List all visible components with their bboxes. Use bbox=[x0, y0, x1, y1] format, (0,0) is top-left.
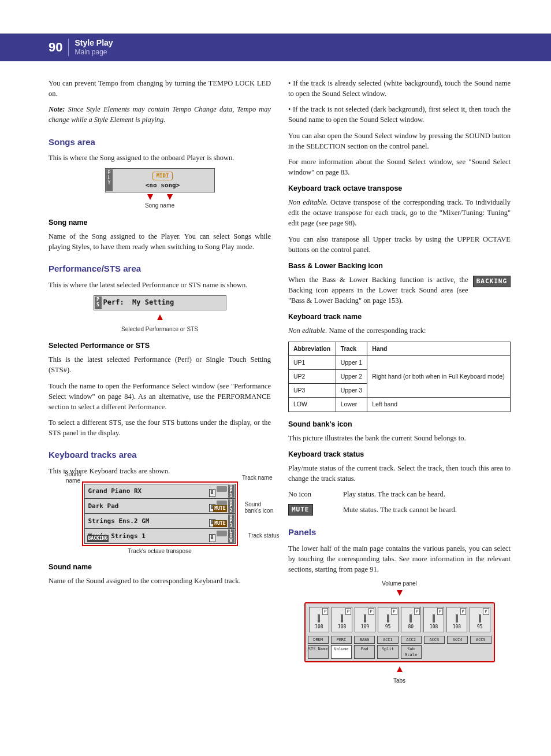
kb-side-label: UP2 bbox=[228, 499, 234, 513]
right-column: • If the track is already selected (whit… bbox=[288, 78, 511, 733]
kb-row-name: Dark Pad bbox=[88, 502, 119, 511]
bullet-body: If the track is already selected (white … bbox=[288, 79, 511, 98]
abbreviation-table: Abbreviation Track Hand UP1 Upper 1 Righ… bbox=[288, 342, 511, 412]
kb-track-row: Movie Strings 1 0 BACKING LOW bbox=[84, 529, 236, 544]
ps-indicator: PS bbox=[95, 297, 102, 309]
body-text: This is the latest selected Performance … bbox=[49, 354, 271, 375]
td: LOW bbox=[289, 398, 336, 412]
subheading-bank-icon: Sound bank's icon bbox=[288, 419, 511, 429]
body-text: You can also transpose all Upper tracks … bbox=[288, 234, 511, 255]
kb-side-label: LOW bbox=[228, 529, 234, 543]
perf-value: My Setting bbox=[132, 298, 174, 306]
subheading-track-status: Keyboard track status bbox=[288, 449, 511, 459]
body-text: Non editable. Octave transpose of the co… bbox=[288, 197, 511, 228]
p-badge: P bbox=[414, 608, 420, 615]
td: Left hand bbox=[367, 398, 511, 412]
td: UP2 bbox=[289, 369, 336, 383]
th-hand: Hand bbox=[367, 342, 511, 355]
slider-value: 108 bbox=[338, 624, 346, 631]
p-badge: P bbox=[345, 608, 351, 615]
slider-value: 95 bbox=[385, 624, 391, 631]
arrow-down-icon bbox=[397, 590, 403, 596]
body-text: This is where the latest selected Perfor… bbox=[49, 280, 271, 290]
subheading-kb-track-name: Keyboard track name bbox=[288, 312, 511, 322]
slider-value: 108 bbox=[430, 624, 438, 631]
bullet-text: • If the track is already selected (whit… bbox=[288, 78, 511, 99]
heading-songs-area: Songs area bbox=[49, 136, 271, 149]
td: Upper 2 bbox=[336, 369, 367, 383]
track-label: ACC1 bbox=[377, 636, 398, 644]
ply-indicator: PLY bbox=[106, 169, 113, 191]
subheading-selected-perf: Selected Performance or STS bbox=[49, 340, 271, 351]
volume-slider: P108 bbox=[446, 607, 467, 632]
body-text: For more information about the Sound Sel… bbox=[288, 157, 511, 177]
slider-value: 95 bbox=[477, 624, 483, 631]
body-text: You can also open the Sound Select windo… bbox=[288, 131, 511, 151]
figure-perf-box: PS Perf: My Setting Selected Performance… bbox=[49, 295, 271, 333]
sound-bank-icon bbox=[217, 486, 227, 492]
figure-volume-panel: P108 P108 P109 P95 P80 P108 P108 P95 DRU… bbox=[304, 602, 495, 662]
header-section: Style Play bbox=[75, 38, 113, 48]
volume-slider: P108 bbox=[309, 607, 330, 632]
p-badge: P bbox=[368, 608, 374, 615]
body-text: Name of the Sound assigned to the corres… bbox=[49, 576, 271, 586]
volume-slider: P108 bbox=[423, 607, 444, 632]
panel-tab: STS Name bbox=[308, 645, 329, 659]
figure-keyboard-tracks: Sound name Track name Sound bank's icon … bbox=[82, 481, 238, 556]
track-label: ACC3 bbox=[424, 636, 445, 644]
kb-track-row: Grand Piano RX 0 UP1 bbox=[84, 484, 236, 499]
kb-track-row: Dark Pad 0 MUTE UP2 bbox=[84, 499, 236, 514]
body-text: Non editable. Name of the corresponding … bbox=[288, 325, 511, 336]
callout-octave-transpose: Track's octave transpose bbox=[82, 547, 238, 556]
page-header: 90 Style Play Main page bbox=[0, 34, 551, 61]
track-label: BASS bbox=[354, 636, 375, 644]
sound-bank-icon bbox=[217, 531, 227, 536]
panel-tab-selected: Volume bbox=[331, 645, 352, 659]
body-text: Name of the Song assigned to the Player.… bbox=[49, 231, 271, 252]
heading-keyboard-tracks: Keyboard tracks area bbox=[49, 449, 271, 461]
arrow-down-icon bbox=[167, 194, 173, 200]
volume-slider: P95 bbox=[378, 607, 399, 632]
td: UP3 bbox=[289, 384, 336, 398]
callout-sound-name: Sound name bbox=[59, 471, 88, 484]
panel-tab: Split bbox=[377, 645, 398, 659]
track-label: ACC2 bbox=[401, 636, 422, 644]
table-row: UP1 Upper 1 Right hand (or both when in … bbox=[289, 355, 511, 369]
note-body: Since Style Elements may contain Tempo C… bbox=[49, 105, 271, 124]
p-badge: P bbox=[391, 608, 397, 615]
td: Upper 3 bbox=[336, 384, 367, 398]
kb-side-label: UP1 bbox=[228, 485, 234, 498]
track-label: ACC5 bbox=[470, 636, 491, 644]
p-badge: P bbox=[322, 608, 328, 615]
p-badge: P bbox=[483, 608, 489, 615]
td: Right hand (or both when in Full Keyboar… bbox=[367, 355, 511, 398]
status-desc: Mute status. The track cannot be heard. bbox=[343, 505, 457, 515]
bullet-text: • If the track is not selected (dark bac… bbox=[288, 104, 511, 125]
arrow-down-icon bbox=[147, 194, 153, 200]
header-divider bbox=[68, 39, 69, 56]
octave-badge: 0 bbox=[209, 534, 215, 542]
status-row-mute: MUTE Mute status. The track cannot be he… bbox=[288, 504, 511, 516]
mute-badge: MUTE bbox=[288, 504, 313, 516]
volume-slider: P108 bbox=[332, 607, 352, 632]
heading-panels: Panels bbox=[288, 526, 511, 539]
volume-panel-caption-top: Volume panel bbox=[288, 580, 511, 588]
page-number: 90 bbox=[49, 40, 62, 55]
body-text: Play/mute status of the current track. S… bbox=[288, 463, 511, 484]
subheading-octave-transpose: Keyboard track octave transpose bbox=[288, 183, 511, 194]
kb-row-name: Grand Piano RX bbox=[88, 487, 142, 496]
td: Lower bbox=[336, 398, 367, 412]
arrow-up-icon bbox=[397, 666, 403, 672]
arrow-up-icon bbox=[157, 314, 163, 320]
p-badge: P bbox=[437, 608, 443, 615]
perf-label: Perf: bbox=[103, 298, 124, 306]
callout-bank-icon: Sound bank's icon bbox=[245, 501, 280, 514]
body-text: This picture illustrates the bank the cu… bbox=[288, 433, 511, 443]
table-header-row: Abbreviation Track Hand bbox=[289, 342, 511, 355]
td: UP1 bbox=[289, 355, 336, 369]
p-badge: P bbox=[460, 608, 466, 615]
song-box: PLY MIDI <no song> bbox=[105, 168, 215, 192]
header-subsection: Main page bbox=[75, 48, 113, 56]
panel-tab: Sub Scale bbox=[401, 645, 422, 659]
figure-caption: Selected Performance or STS bbox=[49, 325, 271, 334]
